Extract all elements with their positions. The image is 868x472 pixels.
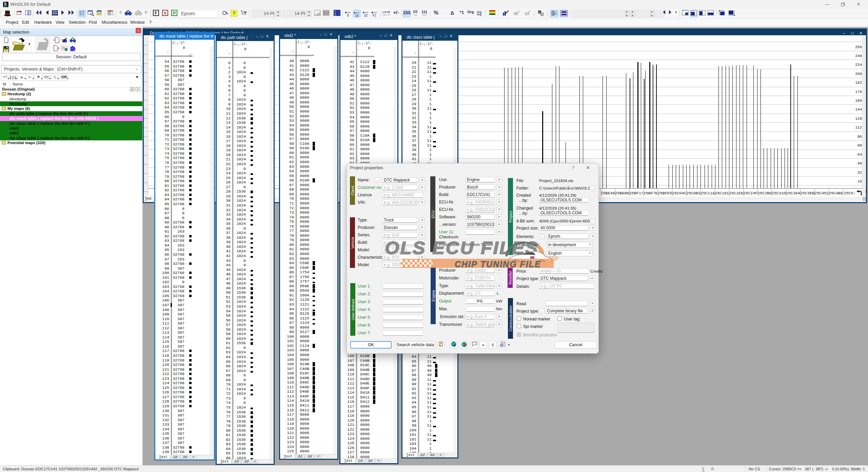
svg-text:?: ? (244, 11, 247, 16)
svg-text:F: F (541, 13, 543, 16)
svg-text:00: 00 (334, 14, 336, 16)
